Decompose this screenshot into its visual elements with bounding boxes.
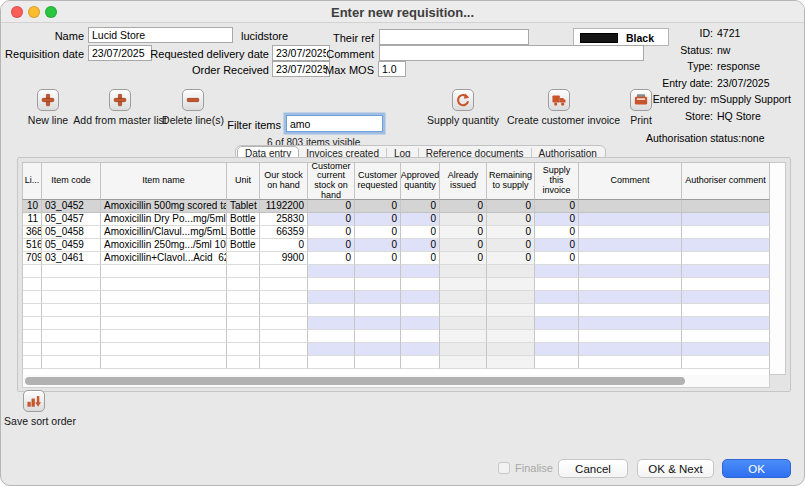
column-header-cust_stock[interactable]: Customer current stock on hand bbox=[308, 163, 355, 200]
table-row-empty[interactable] bbox=[22, 278, 770, 291]
cell-cust_stock[interactable]: 0 bbox=[308, 239, 355, 252]
cell-comment[interactable] bbox=[579, 265, 682, 278]
save-sort-order-button[interactable] bbox=[23, 390, 45, 412]
cell-cust_stock[interactable] bbox=[308, 330, 355, 343]
cell-auth_comment[interactable] bbox=[682, 213, 770, 226]
cell-supply[interactable] bbox=[535, 317, 579, 330]
cell-supply[interactable] bbox=[535, 278, 579, 291]
cell-auth_comment[interactable] bbox=[682, 291, 770, 304]
column-header-line[interactable]: Li... bbox=[22, 163, 42, 200]
cell-cust_requested[interactable]: 0 bbox=[355, 200, 401, 213]
cell-supply[interactable]: 0 bbox=[535, 226, 579, 239]
cell-supply[interactable]: 0 bbox=[535, 200, 579, 213]
cell-cust_requested[interactable]: 0 bbox=[355, 239, 401, 252]
cell-cust_stock[interactable]: 0 bbox=[308, 213, 355, 226]
cell-approved[interactable]: 0 bbox=[401, 226, 440, 239]
cell-comment[interactable] bbox=[579, 278, 682, 291]
cell-cust_stock[interactable] bbox=[308, 356, 355, 369]
cell-cust_stock[interactable] bbox=[308, 265, 355, 278]
cancel-button[interactable]: Cancel bbox=[558, 459, 628, 478]
cell-cust_requested[interactable] bbox=[355, 291, 401, 304]
create-customer-invoice-button[interactable] bbox=[548, 89, 570, 111]
cell-cust_requested[interactable] bbox=[355, 330, 401, 343]
cell-supply[interactable] bbox=[535, 343, 579, 356]
column-header-code[interactable]: Item code bbox=[42, 163, 101, 200]
cell-cust_requested[interactable] bbox=[355, 356, 401, 369]
cell-comment[interactable] bbox=[579, 226, 682, 239]
column-header-our_stock[interactable]: Our stock on hand bbox=[260, 163, 308, 200]
cell-auth_comment[interactable] bbox=[682, 252, 770, 265]
cell-supply[interactable]: 0 bbox=[535, 213, 579, 226]
cell-supply[interactable] bbox=[535, 265, 579, 278]
add-from-master-list-button[interactable] bbox=[109, 89, 131, 111]
cell-auth_comment[interactable] bbox=[682, 226, 770, 239]
cell-approved[interactable] bbox=[401, 304, 440, 317]
cell-comment[interactable] bbox=[579, 213, 682, 226]
cell-comment[interactable] bbox=[579, 356, 682, 369]
comment-input[interactable] bbox=[379, 45, 644, 61]
cell-approved[interactable] bbox=[401, 330, 440, 343]
table-row-empty[interactable] bbox=[22, 330, 770, 343]
cell-cust_requested[interactable]: 0 bbox=[355, 252, 401, 265]
table-row-empty[interactable] bbox=[22, 356, 770, 369]
cell-cust_stock[interactable] bbox=[308, 291, 355, 304]
cell-cust_requested[interactable] bbox=[355, 278, 401, 291]
cell-supply[interactable] bbox=[535, 304, 579, 317]
new-line-button[interactable] bbox=[37, 89, 59, 111]
cell-comment[interactable] bbox=[579, 200, 682, 213]
cell-cust_stock[interactable]: 0 bbox=[308, 200, 355, 213]
cell-supply[interactable]: 0 bbox=[535, 252, 579, 265]
cell-comment[interactable] bbox=[579, 330, 682, 343]
cell-cust_requested[interactable] bbox=[355, 304, 401, 317]
cell-cust_requested[interactable] bbox=[355, 343, 401, 356]
cell-cust_requested[interactable]: 0 bbox=[355, 213, 401, 226]
cell-approved[interactable]: 0 bbox=[401, 239, 440, 252]
cell-comment[interactable] bbox=[579, 252, 682, 265]
finalise-checkbox[interactable] bbox=[498, 462, 510, 474]
cell-auth_comment[interactable] bbox=[682, 343, 770, 356]
cell-approved[interactable] bbox=[401, 356, 440, 369]
cell-comment[interactable] bbox=[579, 343, 682, 356]
vertical-scrollbar[interactable] bbox=[770, 162, 786, 375]
column-header-cust_requested[interactable]: Customer requested bbox=[355, 163, 401, 200]
delete-lines-button[interactable] bbox=[182, 89, 204, 111]
name-input[interactable] bbox=[88, 27, 233, 43]
column-header-name[interactable]: Item name bbox=[101, 163, 227, 200]
cell-auth_comment[interactable] bbox=[682, 265, 770, 278]
column-header-unit[interactable]: Unit bbox=[227, 163, 260, 200]
column-header-remaining[interactable]: Remaining to supply bbox=[487, 163, 535, 200]
cell-supply[interactable] bbox=[535, 356, 579, 369]
filter-items-input[interactable] bbox=[286, 115, 383, 132]
cell-comment[interactable] bbox=[579, 304, 682, 317]
cell-cust_requested[interactable]: 0 bbox=[355, 226, 401, 239]
cell-auth_comment[interactable] bbox=[682, 200, 770, 213]
their-ref-input[interactable] bbox=[379, 29, 529, 45]
table-row[interactable]: 36805_0458Amoxicillin/Clavul...mg/5mL Bo… bbox=[22, 226, 770, 239]
cell-cust_stock[interactable] bbox=[308, 317, 355, 330]
cell-approved[interactable] bbox=[401, 317, 440, 330]
cell-cust_stock[interactable]: 0 bbox=[308, 226, 355, 239]
table-row-empty[interactable] bbox=[22, 265, 770, 278]
cell-cust_stock[interactable] bbox=[308, 304, 355, 317]
table-row[interactable]: 70903_0461Amoxicillin+Clavol...Acid 625m… bbox=[22, 252, 770, 265]
cell-comment[interactable] bbox=[579, 239, 682, 252]
cell-approved[interactable]: 0 bbox=[401, 213, 440, 226]
horizontal-scrollbar[interactable] bbox=[22, 375, 770, 388]
column-header-approved[interactable]: Approved quantity bbox=[401, 163, 440, 200]
cell-supply[interactable]: 0 bbox=[535, 239, 579, 252]
cell-comment[interactable] bbox=[579, 291, 682, 304]
cell-approved[interactable] bbox=[401, 343, 440, 356]
table-row-empty[interactable] bbox=[22, 291, 770, 304]
supply-quantity-button[interactable] bbox=[452, 89, 474, 111]
cell-approved[interactable] bbox=[401, 265, 440, 278]
cell-supply[interactable] bbox=[535, 291, 579, 304]
ok-next-button[interactable]: OK & Next bbox=[637, 459, 714, 478]
cell-auth_comment[interactable] bbox=[682, 317, 770, 330]
cell-auth_comment[interactable] bbox=[682, 330, 770, 343]
cell-cust_stock[interactable] bbox=[308, 278, 355, 291]
table-row[interactable]: 1105_0457Amoxicillin Dry Po...mg/5ml Bot… bbox=[22, 213, 770, 226]
ok-button[interactable]: OK bbox=[722, 459, 791, 478]
column-header-comment[interactable]: Comment bbox=[579, 163, 682, 200]
table-row[interactable]: 51605_0459Amoxicillin 250mg.../5ml 100 m… bbox=[22, 239, 770, 252]
table-row-empty[interactable] bbox=[22, 304, 770, 317]
